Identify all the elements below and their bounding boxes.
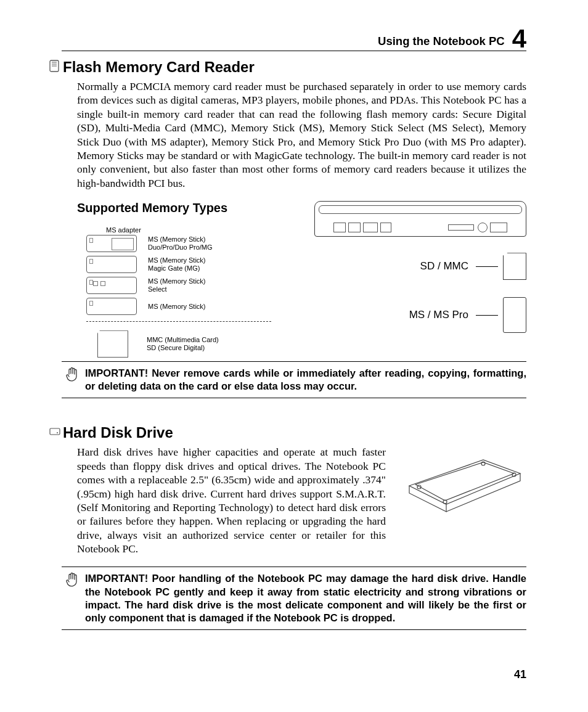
chapter-number: 4 — [512, 27, 526, 51]
hand-stop-icon — [65, 572, 80, 592]
notebook-side-diagram: SD / MMC MS / MS Pro — [314, 201, 526, 361]
memory-card-shape-icon — [86, 235, 137, 252]
slot-ms-row: MS / MS Pro — [314, 297, 526, 333]
connector-line — [476, 315, 498, 316]
memory-card-row: MS (Memory Stick) Select — [62, 277, 271, 294]
sd-card-icon — [503, 253, 526, 280]
hard-disk-drawing-icon — [397, 449, 526, 517]
page-number: 41 — [514, 668, 526, 681]
memory-card-shape-icon — [86, 298, 137, 315]
hdd-content-row: Hard disk drives have higher capacities … — [77, 445, 526, 555]
memory-card-label: MMC (Multimedia Card) SD (Secure Digital… — [147, 336, 219, 352]
page-header: Using the Notebook PC 4 — [62, 25, 526, 51]
dashed-separator — [86, 321, 271, 322]
memory-card-icon — [49, 60, 59, 75]
svg-rect-4 — [50, 428, 60, 435]
important-note-2: IMPORTANT! Poor handling of the Notebook… — [62, 567, 526, 629]
notebook-side-view-icon — [314, 201, 526, 237]
sd-card-shape-icon — [97, 330, 128, 358]
memory-card-shape-icon — [86, 277, 137, 294]
memory-card-row: MS (Memory Stick) Magic Gate (MG) — [62, 256, 271, 273]
section-heading-flash-memory: Flash Memory Card Reader — [49, 59, 526, 76]
hard-disk-icon — [49, 427, 59, 438]
memory-card-label: MS (Memory Stick) Duo/Pro/Duo Pro/MG — [148, 235, 213, 252]
header-title: Using the Notebook PC — [378, 35, 505, 48]
svg-point-5 — [57, 432, 58, 433]
memory-card-label: MS (Memory Stick) — [148, 303, 206, 311]
memory-types-diagram: MS adapter MS (Memory Stick) Duo/Pro/Duo… — [62, 226, 271, 358]
ms-slot-label: MS / MS Pro — [409, 309, 468, 321]
memory-card-row: MMC (Multimedia Card) SD (Secure Digital… — [62, 330, 271, 358]
memory-card-label: MS (Memory Stick) Magic Gate (MG) — [148, 256, 206, 272]
slot-sd-row: SD / MMC — [314, 253, 526, 280]
section2-body: Hard disk drives have higher capacities … — [77, 445, 386, 555]
ms-adapter-label: MS adapter — [106, 226, 271, 234]
section1-body: Normally a PCMCIA memory card reader mus… — [77, 80, 526, 190]
important-note-1: IMPORTANT! Never remove cards while or i… — [62, 361, 526, 398]
important-1-text: IMPORTANT! Never remove cards while or i… — [85, 367, 526, 391]
section-heading-hdd: Hard Disk Drive — [49, 424, 526, 441]
connector-line — [476, 266, 498, 267]
important-2-text: IMPORTANT! Poor handling of the Notebook… — [85, 573, 526, 623]
section1-title: Flash Memory Card Reader — [63, 59, 255, 76]
section2-title: Hard Disk Drive — [63, 424, 173, 441]
document-page: Using the Notebook PC 4 Flash Memory Car… — [0, 0, 588, 712]
hand-stop-icon — [65, 367, 80, 387]
sd-slot-label: SD / MMC — [420, 260, 468, 272]
memory-card-label: MS (Memory Stick) Select — [148, 277, 206, 293]
subsection-title: Supported Memory Types — [77, 201, 296, 215]
memory-card-row: MS (Memory Stick) Duo/Pro/Duo Pro/MG — [62, 235, 271, 252]
memory-card-row: MS (Memory Stick) — [62, 298, 271, 315]
memory-card-shape-icon — [86, 256, 137, 273]
ms-card-icon — [503, 297, 526, 333]
